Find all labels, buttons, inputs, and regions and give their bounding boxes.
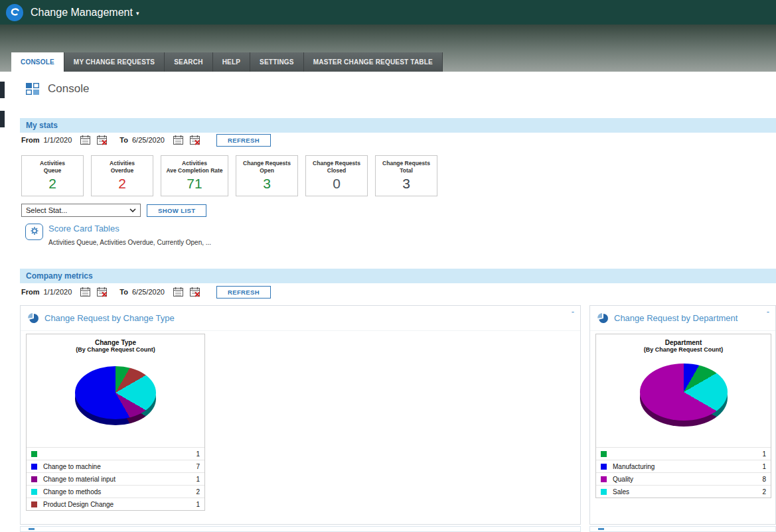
tab-console[interactable]: CONSOLE bbox=[11, 52, 64, 72]
chart-panel-title: Change Request by Change Type bbox=[44, 313, 175, 323]
legend-row: 1 bbox=[596, 447, 771, 460]
tab-search[interactable]: SEARCH bbox=[165, 52, 212, 72]
legend-label: Manufacturing bbox=[613, 463, 655, 470]
stat-card-label-line2: Ave Completion Rate bbox=[161, 167, 228, 174]
my-stats-section-header: My stats bbox=[20, 118, 776, 133]
stat-select[interactable]: Select Stat... bbox=[21, 204, 141, 217]
calendar-clear-icon[interactable] bbox=[189, 287, 200, 297]
legend-row: Change to material input1 bbox=[27, 472, 204, 485]
chevron-down-icon[interactable]: ▾ bbox=[136, 10, 139, 17]
pie-area bbox=[596, 353, 771, 447]
pie-chart bbox=[75, 366, 156, 419]
to-label: To bbox=[119, 288, 128, 296]
stat-select-value: Select Stat... bbox=[26, 206, 67, 214]
stat-card: Change RequestsTotal3 bbox=[375, 155, 437, 196]
calendar-icon[interactable] bbox=[173, 287, 184, 297]
from-date-value[interactable]: 1/1/2020 bbox=[44, 288, 72, 296]
top-bar: Change Management ▾ bbox=[0, 0, 776, 25]
to-date-value[interactable]: 6/25/2020 bbox=[132, 288, 165, 296]
side-panel-handle[interactable] bbox=[0, 111, 5, 127]
next-panel-stub bbox=[20, 526, 581, 532]
scorecard-link-row: Score Card Tables Activities Queue, Acti… bbox=[25, 224, 211, 246]
tab-help[interactable]: HELP bbox=[213, 52, 250, 72]
calendar-icon[interactable] bbox=[80, 135, 91, 145]
pie-chart-icon bbox=[597, 312, 609, 324]
chart-legend: 1Manufacturing1Quality8Sales2 bbox=[596, 447, 771, 498]
legend-label: Change to methods bbox=[43, 488, 101, 496]
next-panel-stub bbox=[589, 526, 776, 532]
stat-card: Change RequestsOpen3 bbox=[236, 155, 298, 196]
pie-area bbox=[27, 353, 204, 447]
stat-card-label-line2: Open bbox=[236, 167, 297, 174]
app-title[interactable]: Change Management bbox=[31, 7, 133, 19]
chart-panel-title: Change Request by Department bbox=[614, 313, 737, 323]
chart-legend: 1Change to machine7Change to material in… bbox=[27, 447, 204, 510]
legend-row: Change to methods2 bbox=[27, 485, 204, 498]
legend-value: 2 bbox=[762, 488, 766, 496]
legend-row: Manufacturing1 bbox=[596, 460, 771, 472]
calendar-icon[interactable] bbox=[173, 135, 184, 145]
tab-settings[interactable]: SETTINGS bbox=[250, 52, 304, 72]
chart-frame: Change Type(By Change Request Count)1Cha… bbox=[26, 334, 205, 511]
scorecard-link[interactable]: Score Card Tables bbox=[48, 224, 211, 233]
legend-swatch bbox=[31, 489, 37, 495]
tab-my-change-requests[interactable]: MY CHANGE REQUESTS bbox=[64, 52, 165, 72]
stat-card-label: ActivitiesOverdue bbox=[92, 160, 153, 174]
from-label: From bbox=[21, 136, 40, 144]
stat-card-label-line1: Change Requests bbox=[306, 160, 367, 167]
pie-chart-icon bbox=[27, 312, 39, 324]
refresh-button[interactable]: REFRESH bbox=[216, 134, 271, 147]
refresh-button[interactable]: REFRESH bbox=[216, 286, 271, 299]
legend-row: 1 bbox=[27, 447, 204, 460]
calendar-clear-icon[interactable] bbox=[96, 287, 108, 297]
stat-card-value: 3 bbox=[376, 176, 437, 192]
stat-card-label-line1: Change Requests bbox=[236, 160, 297, 167]
calendar-icon[interactable] bbox=[80, 287, 91, 297]
console-header: Console bbox=[25, 80, 89, 98]
stat-card-label-line1: Activities bbox=[92, 160, 153, 167]
scorecard-gear-icon[interactable] bbox=[25, 224, 43, 240]
stat-card: ActivitiesOverdue2 bbox=[91, 155, 153, 196]
legend-value: 1 bbox=[196, 450, 200, 458]
collapse-panel-button[interactable]: - bbox=[572, 306, 574, 316]
stat-card-label-line2: Overdue bbox=[92, 167, 153, 174]
legend-label: Change to machine bbox=[43, 463, 101, 470]
charts-row: Change Request by Change Type-Change Typ… bbox=[20, 305, 776, 525]
calendar-clear-icon[interactable] bbox=[96, 135, 108, 145]
collapsed-panel-icon bbox=[29, 528, 35, 530]
legend-value: 1 bbox=[762, 463, 766, 470]
stat-card-value: 71 bbox=[161, 176, 228, 192]
chart-title: Department bbox=[596, 339, 771, 346]
chart-panel-header: Change Request by Change Type bbox=[21, 306, 580, 331]
to-date-value[interactable]: 6/25/2020 bbox=[132, 136, 165, 144]
console-icon bbox=[25, 82, 40, 96]
legend-label: Change to material input bbox=[43, 476, 116, 483]
stat-card-label-line1: Activities bbox=[22, 160, 83, 167]
chart-frame: Department(By Change Request Count)1Manu… bbox=[595, 334, 771, 498]
stat-card-label-line1: Change Requests bbox=[376, 160, 437, 167]
show-list-button[interactable]: SHOW LIST bbox=[147, 204, 206, 217]
collapsed-panel-icon bbox=[598, 528, 604, 530]
legend-value: 8 bbox=[762, 476, 766, 483]
company-metrics-date-filter: From 1/1/2020 To 6/25/2020 REFRESH bbox=[21, 285, 271, 299]
legend-value: 2 bbox=[196, 488, 200, 496]
legend-swatch bbox=[31, 451, 37, 457]
stat-select-row: Select Stat... SHOW LIST bbox=[21, 204, 206, 217]
collapse-panel-button[interactable]: - bbox=[767, 306, 769, 316]
tab-master-change-request-table[interactable]: MASTER CHANGE REQUEST TABLE bbox=[304, 52, 443, 72]
to-label: To bbox=[119, 136, 128, 144]
stat-card-label: Change RequestsClosed bbox=[306, 160, 367, 174]
legend-row: Sales2 bbox=[596, 485, 771, 498]
side-panel-handle[interactable] bbox=[0, 82, 5, 98]
legend-row: Quality8 bbox=[596, 472, 771, 485]
stat-card-value: 2 bbox=[22, 176, 83, 192]
legend-swatch bbox=[601, 489, 607, 495]
from-date-value[interactable]: 1/1/2020 bbox=[44, 136, 72, 144]
scorecard-subtitle: Activities Queue, Activities Overdue, Cu… bbox=[48, 239, 211, 246]
stat-card: ActivitiesAve Completion Rate71 bbox=[161, 155, 228, 196]
chart-title: Change Type bbox=[27, 339, 204, 346]
calendar-clear-icon[interactable] bbox=[189, 135, 200, 145]
legend-swatch bbox=[601, 476, 607, 482]
stat-card: Change RequestsClosed0 bbox=[305, 155, 368, 196]
legend-label: Product Design Change bbox=[43, 501, 114, 508]
